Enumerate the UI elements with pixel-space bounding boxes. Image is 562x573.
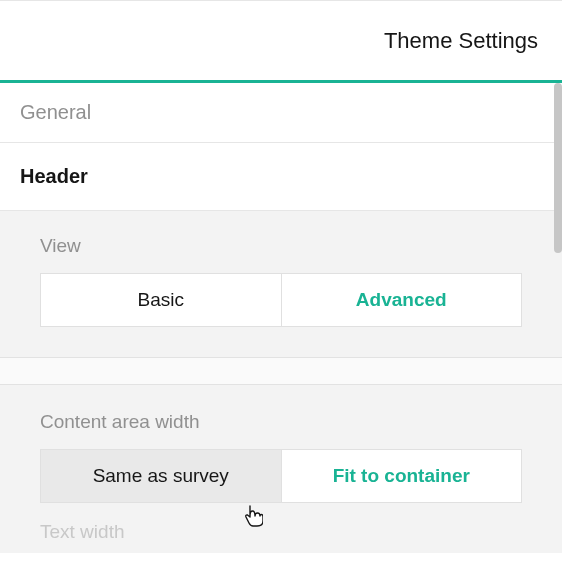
content-area-width-option-same-as-survey[interactable]: Same as survey — [40, 449, 282, 503]
scrollbar-thumb[interactable] — [554, 83, 562, 253]
section-general[interactable]: General — [0, 83, 562, 143]
section-gap — [0, 357, 562, 385]
section-header[interactable]: Header — [0, 143, 562, 211]
content-area-width-option-fit-to-container[interactable]: Fit to container — [282, 449, 523, 503]
content-area-width-segmented: Same as survey Fit to container — [40, 449, 522, 503]
view-label: View — [40, 235, 522, 257]
text-width-label: Text width — [40, 503, 522, 543]
panel-header: Theme Settings — [0, 0, 562, 80]
view-option-basic[interactable]: Basic — [40, 273, 282, 327]
settings-scroll-area: General Header View Basic Advanced Conte… — [0, 83, 562, 573]
content-area-width-block: Content area width Same as survey Fit to… — [0, 385, 562, 553]
panel-title: Theme Settings — [384, 28, 538, 54]
header-section-body: View Basic Advanced — [0, 211, 562, 357]
view-segmented: Basic Advanced — [40, 273, 522, 327]
view-option-advanced[interactable]: Advanced — [282, 273, 523, 327]
content-area-width-label: Content area width — [40, 411, 522, 433]
